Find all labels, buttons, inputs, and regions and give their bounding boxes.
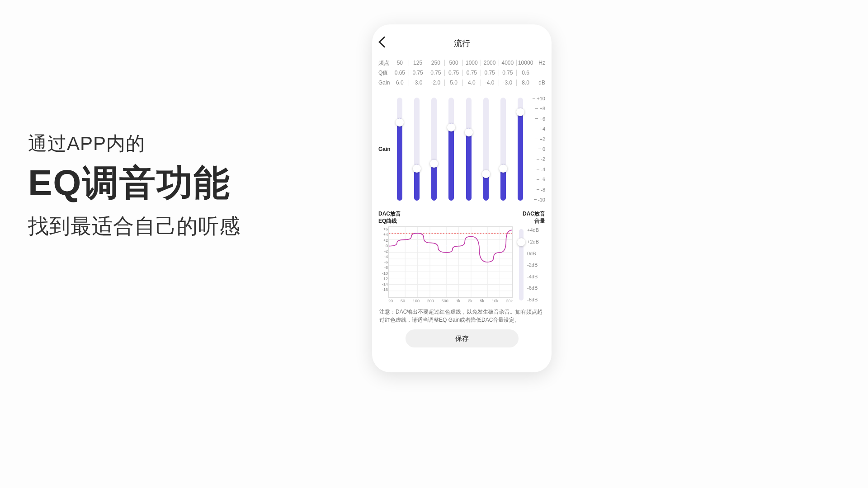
bottom-panels: +6+4+20-2-4-6-8-10-12-14-16 205010020050…: [372, 225, 552, 303]
curve-xtick: 10k: [492, 299, 499, 303]
gain-row: Gain 6.0-3.0-2.05.04.0-4.0-3.08.0 dB: [378, 80, 545, 86]
curve-ytick: -12: [379, 277, 388, 281]
gain-slider-thumb-10000[interactable]: [516, 108, 524, 116]
curve-section-label: DAC放音EQ曲线: [378, 211, 401, 225]
gain-slider-2000[interactable]: [483, 98, 489, 201]
param-table: 频点 5012525050010002000400010000 Hz Q值 0.…: [372, 52, 552, 86]
dac-section-label: DAC放音音量: [523, 211, 545, 225]
curve-xtick: 200: [427, 299, 434, 303]
gain-slider-1000[interactable]: [466, 98, 472, 201]
curve-xtick: 2k: [468, 299, 472, 303]
back-icon[interactable]: [378, 36, 390, 47]
gain-slider-500[interactable]: [448, 98, 454, 201]
gain-scale-tick: -2: [529, 156, 545, 162]
gain-slider-250[interactable]: [431, 98, 437, 201]
gain-unit: dB: [534, 80, 545, 86]
gain-cells-7[interactable]: 8.0: [516, 80, 534, 86]
eq-curve-chart: +6+4+20-2-4-6-8-10-12-14-16: [388, 226, 513, 298]
dac-volume-slider[interactable]: [519, 229, 524, 300]
curve-ytick: 0: [379, 244, 388, 248]
gain-scale-tick: +4: [529, 126, 545, 131]
freq-row-label: 频点: [378, 60, 391, 66]
freq-cells-3[interactable]: 500: [444, 60, 462, 66]
gain-slider-thumb-4000[interactable]: [499, 164, 507, 173]
marketing-line-3: 找到最适合自己的听感: [28, 212, 241, 240]
freq-cells-1[interactable]: 125: [409, 60, 427, 66]
warning-note: 注意：DAC输出不要超过红色虚线，以免发生破音杂音。如有频点超过红色虚线，请适当…: [372, 303, 552, 324]
dac-scale-tick: +4dB: [527, 227, 545, 233]
freq-cells-5[interactable]: 2000: [481, 60, 499, 66]
curve-xtick: 50: [401, 299, 405, 303]
gain-cells-3[interactable]: 5.0: [444, 80, 462, 86]
q-cells-6[interactable]: 0.75: [499, 70, 517, 76]
q-cells-0[interactable]: 0.65: [391, 70, 409, 76]
gain-slider-thumb-250[interactable]: [430, 160, 438, 168]
gain-cells-1[interactable]: -3.0: [409, 80, 427, 86]
gain-row-label: Gain: [378, 80, 391, 86]
curve-ytick: -2: [379, 249, 388, 253]
freq-row: 频点 5012525050010002000400010000 Hz: [378, 60, 545, 66]
gain-scale-tick: -10: [529, 197, 545, 202]
gain-slider-10000[interactable]: [518, 98, 523, 201]
curve-ytick: +6: [379, 227, 388, 231]
curve-ytick: +4: [379, 232, 388, 237]
freq-cells-7[interactable]: 10000: [516, 60, 534, 66]
gain-slider-thumb-500[interactable]: [447, 123, 455, 131]
dac-scale-tick: -8dB: [527, 297, 545, 302]
title-bar: 流行: [372, 34, 552, 52]
curve-xtick: 20: [388, 299, 393, 303]
curve-ytick: -6: [379, 260, 388, 264]
page-title: 流行: [454, 38, 470, 49]
gain-cells-2[interactable]: -2.0: [427, 80, 445, 86]
dac-slider-thumb[interactable]: [517, 238, 525, 246]
curve-ytick: -16: [379, 287, 388, 292]
eq-curve-panel: +6+4+20-2-4-6-8-10-12-14-16 205010020050…: [378, 226, 513, 303]
marketing-line-2: EQ调音功能: [28, 159, 241, 208]
gain-scale-tick: +8: [529, 106, 545, 111]
gain-scale-tick: +6: [529, 116, 545, 122]
curve-ytick: -10: [379, 271, 388, 276]
section-labels: DAC放音EQ曲线 DAC放音音量: [372, 211, 552, 225]
dac-scale-tick: +2dB: [527, 239, 545, 244]
gain-cells-4[interactable]: 4.0: [462, 80, 481, 86]
q-cells-4[interactable]: 0.75: [462, 70, 481, 76]
gain-scale-tick: -4: [529, 167, 545, 172]
gain-cells-0[interactable]: 6.0: [391, 80, 409, 86]
curve-ytick: -8: [379, 265, 388, 270]
freq-unit: Hz: [534, 60, 545, 66]
dac-scale-tick: -4dB: [527, 274, 545, 279]
q-cells-3[interactable]: 0.75: [444, 70, 462, 76]
dac-scale-tick: -2dB: [527, 262, 545, 267]
gain-scale-tick: -6: [529, 177, 545, 182]
gain-cells-5[interactable]: -4.0: [481, 80, 499, 86]
freq-cells-4[interactable]: 1000: [462, 60, 481, 66]
dac-volume-panel: +4dB+2dB0dB-2dB-4dB-6dB-8dB: [517, 226, 545, 303]
curve-xtick: 500: [442, 299, 448, 303]
q-cells-7[interactable]: 0.6: [516, 70, 534, 76]
freq-cells-6[interactable]: 4000: [499, 60, 517, 66]
phone-frame: 流行 频点 5012525050010002000400010000 Hz Q值…: [372, 24, 552, 372]
dac-scale-tick: -6dB: [527, 285, 545, 291]
gain-scale-tick: +2: [529, 136, 545, 142]
save-button[interactable]: 保存: [406, 329, 519, 347]
curve-ytick: +2: [379, 238, 388, 243]
q-cells-5[interactable]: 0.75: [481, 70, 499, 76]
curve-ytick: -4: [379, 254, 388, 259]
dac-scale-tick: 0dB: [527, 251, 545, 256]
gain-slider-4000[interactable]: [500, 98, 506, 201]
gain-slider-thumb-125[interactable]: [413, 164, 421, 173]
gain-slider-50[interactable]: [397, 98, 402, 201]
curve-xtick: 5k: [480, 299, 485, 303]
gain-slider-thumb-2000[interactable]: [482, 170, 490, 178]
gain-sliders-area: Gain +10+8+6+4+20-2-4-6-8-10: [372, 89, 552, 209]
q-cells-1[interactable]: 0.75: [409, 70, 427, 76]
freq-cells-2[interactable]: 250: [427, 60, 445, 66]
q-row: Q值 0.650.750.750.750.750.750.750.6: [378, 70, 545, 76]
q-cells-2[interactable]: 0.75: [427, 70, 445, 76]
freq-cells-0[interactable]: 50: [391, 60, 409, 66]
gain-slider-125[interactable]: [414, 98, 420, 201]
gain-scale-tick: +10: [529, 96, 545, 101]
gain-slider-thumb-1000[interactable]: [465, 128, 473, 136]
gain-cells-6[interactable]: -3.0: [499, 80, 517, 86]
gain-slider-thumb-50[interactable]: [396, 118, 404, 127]
